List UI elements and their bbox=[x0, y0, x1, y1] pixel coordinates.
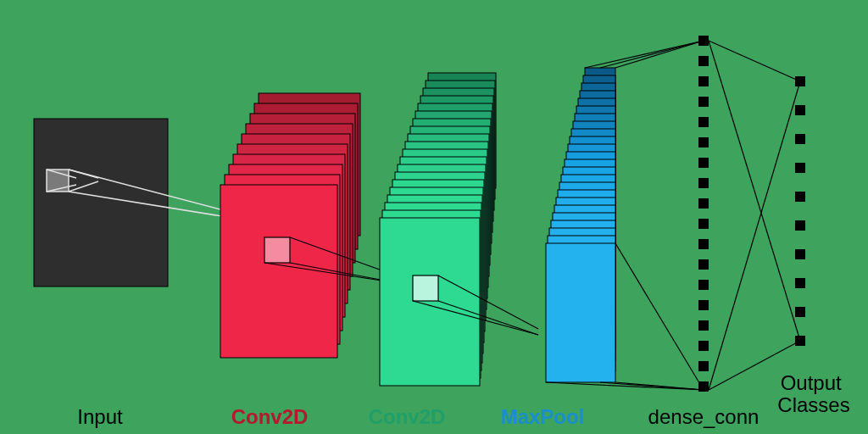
svg-rect-85 bbox=[698, 178, 709, 188]
svg-rect-78 bbox=[698, 36, 709, 46]
svg-rect-110 bbox=[795, 336, 805, 346]
svg-rect-109 bbox=[795, 307, 805, 317]
svg-rect-18 bbox=[264, 237, 290, 263]
conv2-label: Conv2D bbox=[369, 405, 446, 428]
input-label: Input bbox=[77, 405, 123, 428]
svg-rect-41 bbox=[380, 218, 480, 386]
svg-rect-83 bbox=[698, 137, 709, 147]
output-label-line1: Output Classes bbox=[777, 371, 849, 416]
cnn-architecture-svg: Input Conv2D Conv2D MaxPool dense_conn O… bbox=[0, 0, 868, 434]
svg-rect-42 bbox=[413, 275, 438, 301]
svg-rect-105 bbox=[795, 192, 805, 202]
conv1-label: Conv2D bbox=[231, 405, 309, 428]
svg-line-70 bbox=[600, 41, 704, 68]
conv2-layer bbox=[380, 73, 538, 386]
svg-rect-95 bbox=[698, 381, 709, 392]
svg-rect-101 bbox=[795, 76, 805, 86]
svg-line-96 bbox=[709, 41, 800, 81]
svg-rect-69 bbox=[546, 243, 615, 382]
svg-rect-0 bbox=[34, 119, 168, 287]
svg-line-72 bbox=[585, 41, 704, 68]
svg-line-98 bbox=[709, 81, 800, 390]
dense-layer bbox=[698, 36, 800, 392]
svg-rect-93 bbox=[698, 341, 709, 351]
svg-rect-106 bbox=[795, 220, 805, 231]
svg-rect-103 bbox=[795, 134, 805, 144]
svg-rect-79 bbox=[698, 56, 709, 66]
svg-rect-90 bbox=[698, 280, 709, 290]
svg-rect-107 bbox=[795, 249, 805, 259]
svg-line-73 bbox=[615, 243, 704, 390]
svg-line-97 bbox=[709, 41, 800, 341]
svg-rect-104 bbox=[795, 163, 805, 173]
svg-rect-91 bbox=[698, 300, 709, 310]
svg-rect-81 bbox=[698, 97, 709, 107]
svg-line-71 bbox=[615, 41, 704, 68]
maxpool-label: MaxPool bbox=[501, 405, 585, 428]
svg-rect-84 bbox=[698, 158, 709, 168]
svg-rect-108 bbox=[795, 278, 805, 288]
svg-rect-89 bbox=[698, 259, 709, 270]
svg-rect-86 bbox=[698, 198, 709, 209]
svg-rect-87 bbox=[698, 219, 709, 229]
svg-rect-94 bbox=[698, 361, 709, 371]
conv1-layer bbox=[220, 93, 398, 358]
svg-rect-102 bbox=[795, 105, 805, 115]
maxpool-layer bbox=[546, 41, 704, 390]
svg-rect-80 bbox=[698, 76, 709, 86]
svg-rect-88 bbox=[698, 239, 709, 249]
dense-label: dense_conn bbox=[648, 405, 760, 428]
svg-rect-82 bbox=[698, 117, 709, 127]
output-layer bbox=[795, 76, 805, 346]
svg-rect-92 bbox=[698, 320, 709, 331]
